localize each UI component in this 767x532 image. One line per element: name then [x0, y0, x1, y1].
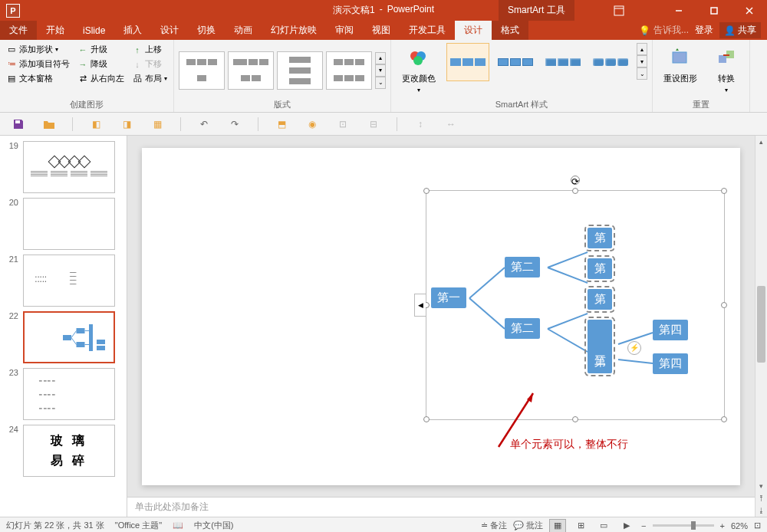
tab-transitions[interactable]: 切换: [188, 21, 225, 40]
tab-slideshow[interactable]: 幻灯片放映: [262, 21, 326, 40]
add-bullet-button[interactable]: ≔添加项目符号: [5, 57, 71, 71]
tell-me-search[interactable]: 💡 告诉我...: [639, 24, 689, 37]
maximize-button[interactable]: [696, 0, 732, 21]
change-colors-button[interactable]: 更改颜色▾: [396, 43, 442, 97]
open-button[interactable]: [41, 117, 57, 132]
save-button[interactable]: [11, 117, 26, 132]
resize-handle-sw[interactable]: [423, 416, 430, 422]
prev-slide-icon[interactable]: ⭱: [755, 492, 767, 504]
scroll-thumb[interactable]: [757, 286, 765, 363]
qat-btn-13[interactable]: ↔: [443, 117, 459, 132]
resize-handle-se[interactable]: [721, 416, 727, 422]
sa-node-2a[interactable]: 第二: [505, 257, 540, 277]
zoom-level[interactable]: 62%: [731, 521, 748, 530]
thumbnail-19[interactable]: 19: [0, 139, 127, 195]
login-button[interactable]: 登录: [695, 24, 713, 37]
minimize-button[interactable]: [661, 0, 696, 21]
thumbnail-23[interactable]: 23 ━ ━ ━ ━━ ━ ━ ━━ ━ ━ ━: [0, 366, 127, 422]
styles-up-icon[interactable]: ▴: [637, 43, 647, 55]
next-slide-icon[interactable]: ⭳: [755, 504, 767, 517]
layout-option-1[interactable]: [179, 51, 225, 90]
thumbnail-21[interactable]: 21 • • • • •• • • • •━━━━━━━━━━━━━━━━: [0, 252, 127, 309]
comments-toggle[interactable]: 💬 批注: [513, 520, 543, 531]
layout-option-2[interactable]: [228, 51, 274, 90]
sa-node-2b[interactable]: 第二: [505, 318, 540, 339]
gallery-down-icon[interactable]: ▾: [375, 64, 386, 77]
reading-view-button[interactable]: ▭: [595, 519, 612, 533]
style-option-4[interactable]: [589, 43, 632, 81]
qat-btn-11[interactable]: ⊟: [366, 117, 381, 132]
fit-window-button[interactable]: ⊡: [754, 521, 761, 530]
sorter-view-button[interactable]: ⊞: [572, 519, 589, 533]
close-button[interactable]: [732, 0, 767, 21]
thumbnail-22[interactable]: 22: [0, 309, 127, 366]
spellcheck-icon[interactable]: 📖: [173, 521, 183, 530]
resize-handle-n[interactable]: [572, 188, 578, 194]
zoom-out-button[interactable]: −: [641, 521, 646, 530]
reset-graphic-button[interactable]: 重设图形: [657, 43, 703, 97]
layout-option-3[interactable]: [277, 51, 323, 90]
sa-node-3b[interactable]: 第: [588, 258, 612, 279]
tab-design[interactable]: 设计: [151, 21, 188, 40]
slide-canvas[interactable]: ⟳ ◀: [142, 148, 740, 485]
move-down-button[interactable]: ↓下移: [130, 57, 169, 71]
zoom-in-button[interactable]: +: [720, 521, 725, 530]
resize-handle-ne[interactable]: [721, 188, 727, 194]
promote-button[interactable]: ←升级: [76, 43, 126, 56]
layout-option-4[interactable]: [326, 51, 372, 90]
tab-insert[interactable]: 插入: [114, 21, 151, 40]
sa-node-4b[interactable]: 第四: [653, 353, 688, 374]
sa-node-1[interactable]: 第一: [431, 287, 466, 308]
language-status[interactable]: 中文(中国): [194, 520, 233, 531]
undo-button[interactable]: ↶: [196, 117, 212, 132]
slideshow-view-button[interactable]: ▶: [618, 519, 635, 533]
tab-developer[interactable]: 开发工具: [400, 21, 455, 40]
qat-btn-8[interactable]: ⬒: [274, 117, 289, 132]
styles-down-icon[interactable]: ▾: [637, 55, 647, 67]
scroll-up-icon[interactable]: ▴: [755, 136, 767, 148]
resize-handle-s[interactable]: [572, 416, 578, 422]
layouts-gallery[interactable]: ▴ ▾ ⌄: [179, 43, 386, 97]
sa-node-3d[interactable]: 第三: [588, 320, 612, 373]
tab-view[interactable]: 视图: [363, 21, 400, 40]
smartart-container[interactable]: ⟳ ◀: [426, 190, 725, 420]
redo-button[interactable]: ↷: [227, 117, 242, 132]
scroll-down-icon[interactable]: ▾: [755, 480, 767, 492]
qat-btn-12[interactable]: ↕: [413, 117, 428, 132]
share-button[interactable]: 👤 共享: [719, 22, 761, 38]
sa-node-4a[interactable]: 第四: [653, 320, 688, 340]
style-option-2[interactable]: [494, 43, 537, 81]
text-pane-button[interactable]: ▤文本窗格: [5, 72, 71, 85]
notes-toggle[interactable]: ≐ 备注: [481, 520, 507, 531]
text-pane-toggle[interactable]: ◀: [414, 294, 426, 317]
rtl-button[interactable]: ⇄从右向左: [76, 72, 126, 85]
move-up-button[interactable]: ↑上移: [130, 43, 169, 56]
resize-handle-e[interactable]: [721, 302, 727, 308]
sa-node-3c[interactable]: 第: [588, 289, 612, 310]
vertical-scrollbar[interactable]: ▴ ▾ ⭱ ⭳: [755, 136, 767, 517]
qat-btn-3[interactable]: ◧: [88, 117, 104, 132]
rotate-handle[interactable]: ⟳: [571, 176, 580, 185]
demote-button[interactable]: →降级: [76, 57, 126, 71]
sa-node-3a[interactable]: 第: [588, 228, 612, 248]
tab-islide[interactable]: iSlide: [74, 21, 114, 40]
tab-smartart-format[interactable]: 格式: [492, 21, 528, 40]
qat-btn-5[interactable]: ▦: [150, 117, 165, 132]
qat-btn-4[interactable]: ◨: [119, 117, 134, 132]
styles-more-icon[interactable]: ⌄: [637, 67, 647, 80]
lightning-icon[interactable]: ⚡: [627, 341, 641, 355]
tab-smartart-design[interactable]: 设计: [455, 21, 492, 40]
thumbnail-24[interactable]: 24 玻 璃易 碎: [0, 422, 127, 479]
tab-review[interactable]: 审阅: [326, 21, 363, 40]
slide-thumbnails-panel[interactable]: 19 20 21 • • • • •• • • • •━━━━━━━━━━━━━…: [0, 136, 127, 517]
tab-file[interactable]: 文件: [0, 21, 37, 40]
ribbon-options-icon[interactable]: [609, 0, 629, 21]
notes-pane[interactable]: 单击此处添加备注: [127, 497, 755, 517]
normal-view-button[interactable]: ▦: [549, 519, 566, 533]
convert-button[interactable]: 转换▾: [708, 43, 745, 97]
style-option-1[interactable]: [446, 43, 489, 81]
qat-btn-9[interactable]: ◉: [304, 117, 320, 132]
layout-button[interactable]: 品布局▾: [130, 72, 169, 85]
tab-animations[interactable]: 动画: [225, 21, 262, 40]
gallery-up-icon[interactable]: ▴: [375, 52, 386, 64]
